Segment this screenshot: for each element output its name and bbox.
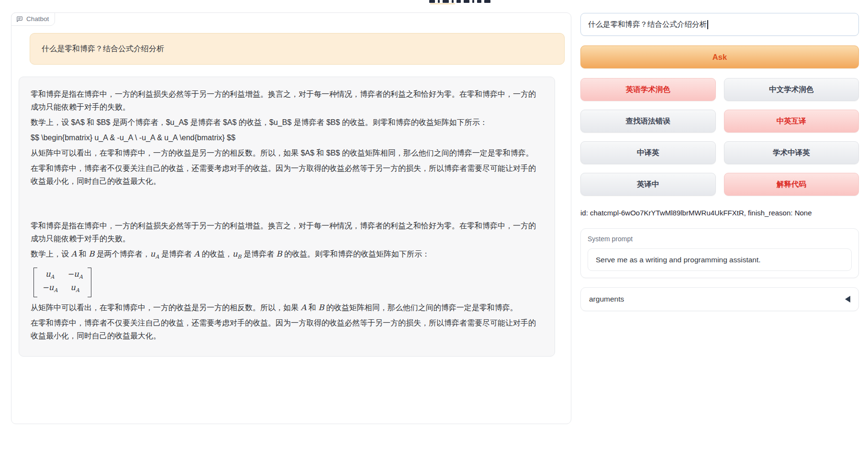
payoff-matrix: uA−uA−uAuA <box>33 268 91 297</box>
matrix-row: uA−uA−uAuA <box>31 266 542 301</box>
preset-button-4[interactable]: 中英互译 <box>724 110 859 133</box>
math-symbol: uB <box>233 249 242 258</box>
user-message-text: 什么是零和博弈？结合公式介绍分析 <box>42 45 164 53</box>
chatbot-panel: Chatbot 什么是零和博弈？结合公式介绍分析 零和博弈是指在博弈中，一方的利… <box>11 12 571 424</box>
chatbot-panel-label: Chatbot <box>11 12 55 26</box>
preset-button-grid: 英语学术润色中文学术润色查找语法错误中英互译中译英学术中译英英译中解释代码 <box>580 78 859 196</box>
system-prompt-value: Serve me as a writing and programming as… <box>596 256 761 264</box>
math-symbol: −uA <box>42 283 57 295</box>
arguments-accordion[interactable]: arguments <box>580 287 859 311</box>
preset-button-3[interactable]: 查找语法错误 <box>580 110 716 133</box>
preset-button-8[interactable]: 解释代码 <box>724 173 859 196</box>
assistant-paragraph: 从矩阵中可以看出，在零和博弈中，一方的收益是另一方的相反数。所以，如果 A 和 … <box>31 301 542 314</box>
question-input-value: 什么是零和博弈？结合公式介绍分析 <box>588 20 707 30</box>
clipped-page-title <box>429 0 493 4</box>
assistant-paragraph: 从矩阵中可以看出，在零和博弈中，一方的收益是另一方的相反数。所以，如果 $A$ … <box>31 146 542 159</box>
preset-button-1[interactable]: 英语学术润色 <box>580 78 716 101</box>
assistant-paragraph: 数学上，设 $A$ 和 $B$ 是两个博弈者，$u_A$ 是博弈者 $A$ 的收… <box>31 116 542 129</box>
assistant-message: 零和博弈是指在博弈中，一方的利益损失必然等于另一方的利益增益。换言之，对于每一种… <box>19 77 555 357</box>
preset-button-6[interactable]: 学术中译英 <box>724 141 859 164</box>
ask-button[interactable]: Ask <box>580 45 859 68</box>
message-list: 什么是零和博弈？结合公式介绍分析 零和博弈是指在博弈中，一方的利益损失必然等于另… <box>11 13 571 357</box>
math-symbol: B <box>276 249 282 258</box>
system-prompt-input[interactable]: Serve me as a writing and programming as… <box>588 248 852 271</box>
user-message: 什么是零和博弈？结合公式介绍分析 <box>30 33 565 65</box>
question-input[interactable]: 什么是零和博弈？结合公式介绍分析 <box>580 13 859 36</box>
math-symbol: uA <box>70 283 79 295</box>
preset-button-7[interactable]: 英译中 <box>580 173 716 196</box>
assistant-paragraph: 在零和博弈中，博弈者不仅要关注自己的收益，还需要考虑对手的收益。因为一方取得的收… <box>31 162 542 188</box>
preset-button-2[interactable]: 中文学术润色 <box>724 78 859 101</box>
system-prompt-group: System prompt Serve me as a writing and … <box>580 228 859 278</box>
assistant-paragraph: 零和博弈是指在博弈中，一方的利益损失必然等于另一方的利益增益。换言之，对于每一种… <box>31 88 542 113</box>
math-symbol: A <box>194 249 200 258</box>
chatbot-panel-label-text: Chatbot <box>26 15 49 22</box>
math-symbol: A <box>71 249 77 258</box>
control-column: 什么是零和博弈？结合公式介绍分析 Ask 英语学术润色中文学术润色查找语法错误中… <box>580 13 859 311</box>
chat-bubble-icon <box>16 16 23 22</box>
math-symbol: B <box>89 249 94 258</box>
math-symbol: A <box>300 303 306 312</box>
assistant-paragraph: 在零和博弈中，博弈者不仅要关注自己的收益，还需要考虑对手的收益。因为一方取得的收… <box>31 316 542 342</box>
math-symbol: uA <box>45 269 55 282</box>
math-symbol: uA <box>150 249 159 258</box>
text-cursor <box>707 20 708 29</box>
preset-button-5[interactable]: 中译英 <box>580 141 716 164</box>
accordion-collapsed-icon <box>845 296 850 303</box>
assistant-paragraph: 零和博弈是指在博弈中，一方的利益损失必然等于另一方的利益增益。换言之，对于每一种… <box>31 219 542 245</box>
math-symbol: B <box>318 303 324 312</box>
system-prompt-label: System prompt <box>588 235 852 243</box>
math-symbol: −uA <box>67 269 82 282</box>
completion-status-line: id: chatcmpl-6wOo7KrYTwMl89lbrMWRu4UkFFX… <box>580 209 859 217</box>
assistant-paragraph: $$ \begin{bmatrix} u_A & -u_A \ -u_A & u… <box>31 131 542 144</box>
assistant-paragraph: 数学上，设 A 和 B 是两个博弈者，uA 是博弈者 A 的收益，uB 是博弈者… <box>31 247 542 263</box>
arguments-accordion-label: arguments <box>589 295 624 303</box>
